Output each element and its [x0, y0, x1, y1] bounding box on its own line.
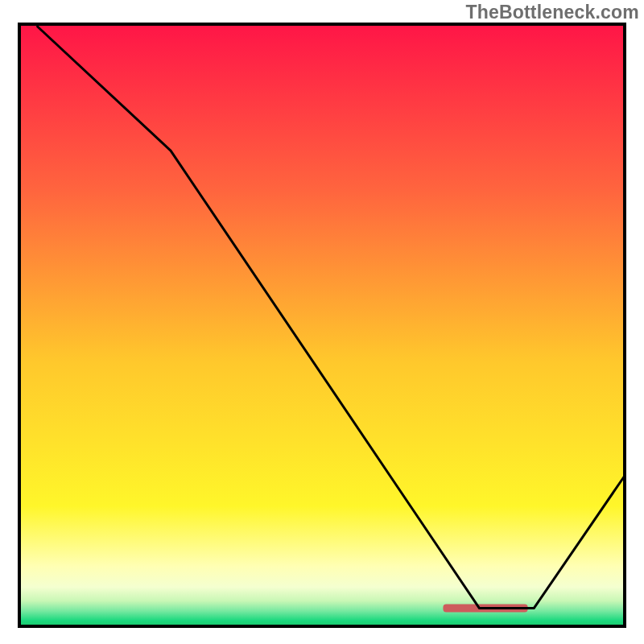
- plot-background: [19, 24, 625, 626]
- chart-container: TheBottleneck.com: [0, 0, 644, 644]
- watermark-text: TheBottleneck.com: [465, 2, 639, 23]
- chart-plot: [0, 0, 644, 644]
